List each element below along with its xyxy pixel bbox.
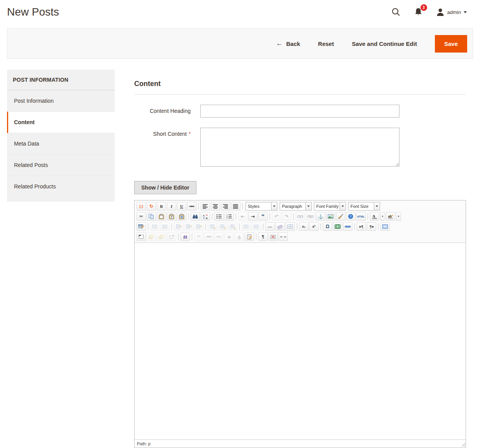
remove-format-icon[interactable] [275, 222, 285, 231]
background-color-arrow-icon[interactable]: ▾ [396, 212, 401, 221]
media-icon[interactable] [333, 222, 342, 231]
split-cells-icon[interactable] [242, 222, 251, 231]
find-icon[interactable] [191, 212, 200, 221]
move-backward-icon[interactable] [157, 232, 166, 241]
absolute-position-icon[interactable] [167, 232, 176, 241]
show-hide-editor-button[interactable]: Show / Hide Editor [134, 181, 196, 194]
acronym-icon[interactable]: A.B.C [214, 232, 224, 241]
sidebar-item-meta-data[interactable]: Meta Data [7, 133, 115, 155]
find-replace-icon[interactable]: AB [201, 212, 210, 221]
horizontal-rule-icon[interactable]: — [265, 222, 275, 231]
insert-row-before-icon[interactable] [174, 222, 183, 231]
save-button[interactable]: Save [435, 35, 467, 53]
bold-icon[interactable]: B [157, 202, 166, 211]
text-color-arrow-icon[interactable]: ▾ [380, 212, 385, 221]
page-break-icon[interactable] [279, 232, 288, 241]
short-content-textarea[interactable] [200, 128, 399, 167]
undo-icon[interactable]: ↶ [272, 212, 281, 221]
table-row-properties-icon[interactable] [150, 222, 159, 231]
rtl-icon[interactable]: ¶◂ [367, 222, 376, 231]
reset-button[interactable]: Reset [318, 40, 334, 47]
font-family-select[interactable]: Font Family [314, 202, 346, 211]
image-icon[interactable] [326, 212, 335, 221]
deletion-icon[interactable]: A [224, 232, 234, 241]
numbered-list-icon[interactable]: 123 [224, 212, 234, 221]
merge-cells-icon[interactable] [252, 222, 261, 231]
html-source-icon[interactable]: HTML [356, 212, 366, 221]
insertion-icon[interactable]: A [235, 232, 244, 241]
background-color-icon[interactable]: ab [386, 212, 395, 221]
username-label: admin [447, 9, 461, 15]
section-divider [134, 94, 466, 95]
sidebar: POST INFORMATION Post InformationContent… [7, 70, 115, 202]
indent-icon[interactable]: ⇥ [248, 212, 258, 221]
citation-icon[interactable]: “” [194, 232, 203, 241]
toolbar-separator [239, 223, 240, 230]
editor-canvas[interactable] [135, 243, 466, 439]
edit-attributes-icon[interactable] [245, 232, 254, 241]
table-cell-properties-icon[interactable] [160, 222, 170, 231]
paste-as-text-icon[interactable]: T [167, 212, 176, 221]
underline-icon[interactable]: U [177, 202, 186, 211]
style-properties-icon[interactable]: 44 [180, 232, 190, 241]
special-character-icon[interactable]: Ω [323, 222, 332, 231]
copy-icon[interactable] [147, 212, 156, 221]
insert-layer-icon[interactable] [137, 232, 146, 241]
save-and-continue-button[interactable]: Save and Continue Edit [352, 40, 417, 47]
admin-user-menu[interactable]: admin [436, 8, 467, 16]
ltr-icon[interactable]: ▸¶ [357, 222, 366, 231]
delete-row-icon[interactable] [194, 222, 203, 231]
styles-select[interactable]: Styles [245, 202, 277, 211]
paste-icon[interactable] [157, 212, 166, 221]
insert-widget-icon[interactable]: {;} [137, 202, 146, 211]
sidebar-item-related-products[interactable]: Related Products [7, 176, 115, 197]
align-center-icon[interactable] [211, 202, 220, 211]
insert-column-after-icon[interactable] [218, 222, 227, 231]
toolbar-separator [188, 213, 189, 220]
visual-chars-icon[interactable]: ¶ [258, 232, 268, 241]
abbreviation-icon[interactable]: ABBR [204, 232, 214, 241]
editor-resize-grip[interactable] [461, 442, 465, 447]
sidebar-item-related-posts[interactable]: Related Posts [7, 155, 115, 176]
superscript-icon[interactable]: x² [309, 222, 319, 231]
insert-variable-icon[interactable]: ↻ [147, 202, 156, 211]
unlink-icon[interactable] [306, 212, 315, 221]
font-size-select[interactable]: Font Size [348, 202, 380, 211]
content-heading-input[interactable] [200, 105, 399, 118]
align-justify-icon[interactable] [231, 202, 240, 211]
insert-column-before-icon[interactable] [208, 222, 217, 231]
visual-aid-icon[interactable] [286, 222, 295, 231]
cleanup-icon[interactable] [336, 212, 345, 221]
anchor-icon[interactable]: ⚓ [316, 212, 325, 221]
paste-from-word-icon[interactable]: W [177, 212, 186, 221]
align-left-icon[interactable] [201, 202, 210, 211]
strikethrough-icon[interactable]: ABC [187, 202, 196, 211]
back-button[interactable]: ← Back [276, 40, 300, 47]
notifications-bell-icon[interactable]: 3 [414, 7, 423, 17]
search-icon[interactable] [391, 7, 401, 17]
subscript-icon[interactable]: x₂ [299, 222, 308, 231]
link-icon[interactable] [296, 212, 305, 221]
bullet-list-icon[interactable] [214, 212, 224, 221]
insert-table-icon[interactable] [137, 222, 146, 231]
svg-text:A: A [373, 214, 376, 218]
sidebar-item-post-information[interactable]: Post Information [7, 90, 115, 112]
move-forward-icon[interactable] [147, 232, 156, 241]
italic-icon[interactable]: I [167, 202, 176, 211]
cut-icon[interactable]: ✂ [137, 212, 146, 221]
align-right-icon[interactable] [221, 202, 230, 211]
text-color-icon[interactable]: A [370, 212, 379, 221]
outdent-icon[interactable]: ⇤ [238, 212, 247, 221]
nonbreaking-icon[interactable] [268, 232, 278, 241]
blockquote-icon[interactable]: “ [258, 212, 268, 221]
sidebar-list: Post InformationContentMeta DataRelated … [7, 90, 115, 197]
help-icon[interactable]: ? [346, 212, 356, 221]
fullscreen-icon[interactable] [380, 222, 390, 231]
redo-icon[interactable]: ↷ [282, 212, 291, 221]
advanced-hr-icon[interactable] [343, 222, 352, 231]
sidebar-item-content[interactable]: Content [7, 112, 115, 133]
insert-row-after-icon[interactable] [184, 222, 193, 231]
toolbar-separator [236, 213, 236, 220]
delete-column-icon[interactable] [228, 222, 237, 231]
paragraph-select[interactable]: Paragraph [280, 202, 312, 211]
